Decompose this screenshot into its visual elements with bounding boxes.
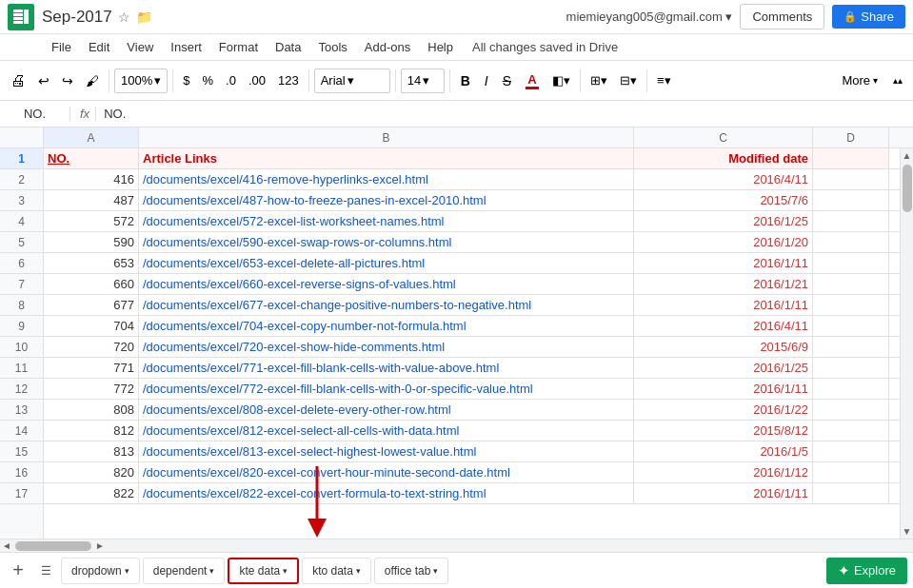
folder-icon[interactable]: 📁 — [136, 10, 152, 25]
col-header-c[interactable]: C — [634, 127, 813, 147]
percent-button[interactable]: % — [197, 70, 218, 90]
menu-format[interactable]: Format — [211, 38, 266, 56]
cell-c5[interactable]: 2016/1/20 — [634, 232, 813, 252]
row-num-16[interactable]: 16 — [0, 462, 43, 483]
row-num-17[interactable]: 17 — [0, 483, 43, 504]
cell-b7[interactable]: /documents/excel/660-excel-reverse-signs… — [139, 274, 634, 294]
cell-c13[interactable]: 2016/1/22 — [634, 400, 813, 420]
comments-button[interactable]: Comments — [740, 4, 824, 29]
cell-d9[interactable] — [813, 316, 889, 336]
italic-button[interactable]: I — [479, 70, 494, 91]
cell-c8[interactable]: 2016/1/11 — [634, 295, 813, 315]
cell-c2[interactable]: 2016/4/11 — [634, 169, 813, 189]
explore-button[interactable]: ✦ Explore — [826, 558, 907, 584]
cell-c3[interactable]: 2015/7/6 — [634, 190, 813, 210]
cell-a12[interactable]: 772 — [44, 379, 139, 399]
cell-a13[interactable]: 808 — [44, 400, 139, 420]
cell-a5[interactable]: 590 — [44, 232, 139, 252]
cell-a14[interactable]: 812 — [44, 421, 139, 441]
tab-kto-data[interactable]: kto data ▾ — [302, 558, 371, 584]
cell-b8[interactable]: /documents/excel/677-excel-change-positi… — [139, 295, 634, 315]
row-num-1[interactable]: 1 — [0, 148, 43, 169]
cell-a11[interactable]: 771 — [44, 358, 139, 378]
cell-a6[interactable]: 653 — [44, 253, 139, 273]
borders-button[interactable]: ⊞▾ — [586, 70, 612, 90]
h-scrollbar-thumb[interactable] — [15, 541, 91, 551]
format-number-button[interactable]: 123 — [273, 70, 304, 90]
cell-c10[interactable]: 2015/6/9 — [634, 337, 813, 357]
cell-d1[interactable] — [813, 148, 889, 168]
row-num-5[interactable]: 5 — [0, 232, 43, 253]
cell-a7[interactable]: 660 — [44, 274, 139, 294]
decimal-inc-button[interactable]: .00 — [244, 70, 270, 90]
cell-a2[interactable]: 416 — [44, 169, 139, 189]
undo-button[interactable]: ↩ — [33, 70, 54, 91]
cell-b12[interactable]: /documents/excel/772-excel-fill-blank-ce… — [139, 379, 634, 399]
row-num-6[interactable]: 6 — [0, 253, 43, 274]
col-header-b[interactable]: B — [139, 127, 634, 147]
print-button[interactable]: 🖨 — [6, 69, 30, 92]
cell-c7[interactable]: 2016/1/21 — [634, 274, 813, 294]
row-num-9[interactable]: 9 — [0, 316, 43, 337]
cell-b16[interactable]: /documents/excel/820-excel-convert-hour-… — [139, 462, 634, 482]
menu-view[interactable]: View — [119, 38, 161, 56]
cell-c12[interactable]: 2016/1/11 — [634, 379, 813, 399]
cell-d3[interactable] — [813, 190, 889, 210]
cell-b6[interactable]: /documents/excel/653-excel-delete-all-pi… — [139, 253, 634, 273]
row-num-10[interactable]: 10 — [0, 337, 43, 358]
cell-c11[interactable]: 2016/1/25 — [634, 358, 813, 378]
paint-format-button[interactable]: 🖌 — [81, 70, 104, 91]
cell-b11[interactable]: /documents/excel/771-excel-fill-blank-ce… — [139, 358, 634, 378]
col-header-d[interactable]: D — [813, 127, 889, 147]
menu-tools[interactable]: Tools — [310, 38, 354, 56]
cell-d12[interactable] — [813, 379, 889, 399]
cell-b4[interactable]: /documents/excel/572-excel-list-workshee… — [139, 211, 634, 231]
row-num-7[interactable]: 7 — [0, 274, 43, 295]
star-icon[interactable]: ☆ — [118, 10, 130, 25]
row-num-3[interactable]: 3 — [0, 190, 43, 211]
col-header-a[interactable]: A — [44, 127, 139, 147]
row-num-14[interactable]: 14 — [0, 421, 43, 441]
add-sheet-button[interactable]: + — [6, 559, 30, 583]
currency-button[interactable]: $ — [178, 70, 194, 90]
cell-d17[interactable] — [813, 483, 889, 503]
scroll-up-button[interactable]: ▲ — [901, 150, 913, 161]
menu-insert[interactable]: Insert — [163, 38, 209, 56]
more-button[interactable]: More ▾ — [834, 70, 885, 90]
cell-d13[interactable] — [813, 400, 889, 420]
collapse-toolbar-button[interactable]: ▴▴ — [888, 72, 907, 88]
cell-d6[interactable] — [813, 253, 889, 273]
row-num-13[interactable]: 13 — [0, 400, 43, 421]
cell-d16[interactable] — [813, 462, 889, 482]
scrollbar-thumb[interactable] — [903, 165, 912, 212]
cell-d11[interactable] — [813, 358, 889, 378]
cell-d15[interactable] — [813, 441, 889, 461]
tab-dependent[interactable]: dependent ▾ — [143, 558, 226, 584]
tab-kte-data[interactable]: kte data ▾ — [228, 558, 299, 584]
cell-b9[interactable]: /documents/excel/704-excel-copy-number-n… — [139, 316, 634, 336]
cell-b10[interactable]: /documents/excel/720-excel-show-hide-com… — [139, 337, 634, 357]
cell-c16[interactable]: 2016/1/12 — [634, 462, 813, 482]
strikethrough-button[interactable]: S — [497, 70, 517, 91]
scroll-down-button[interactable]: ▼ — [901, 526, 913, 537]
cell-b17[interactable]: /documents/excel/822-excel-convert-formu… — [139, 483, 634, 503]
cell-a8[interactable]: 677 — [44, 295, 139, 315]
font-size-dropdown[interactable]: 14▾ — [401, 69, 445, 93]
cell-c17[interactable]: 2016/1/11 — [634, 483, 813, 503]
cell-b13[interactable]: /documents/excel/808-excel-delete-every-… — [139, 400, 634, 420]
row-num-4[interactable]: 4 — [0, 211, 43, 232]
cell-c14[interactable]: 2015/8/12 — [634, 421, 813, 441]
cell-b2[interactable]: /documents/excel/416-remove-hyperlinks-e… — [139, 169, 634, 189]
text-color-button[interactable]: A — [520, 69, 545, 92]
h-scroll-left[interactable]: ◄ — [2, 540, 11, 551]
row-num-15[interactable]: 15 — [0, 441, 43, 462]
sheet-list-button[interactable]: ☰ — [33, 559, 58, 583]
cell-b14[interactable]: /documents/excel/812-excel-select-all-ce… — [139, 421, 634, 441]
tab-office-tab[interactable]: office tab ▾ — [374, 558, 448, 584]
menu-edit[interactable]: Edit — [81, 38, 117, 56]
zoom-dropdown[interactable]: 100%▾ — [114, 69, 168, 93]
cell-a15[interactable]: 813 — [44, 441, 139, 461]
cell-b5[interactable]: /documents/excel/590-excel-swap-rows-or-… — [139, 232, 634, 252]
cell-d7[interactable] — [813, 274, 889, 294]
cell-a10[interactable]: 720 — [44, 337, 139, 357]
